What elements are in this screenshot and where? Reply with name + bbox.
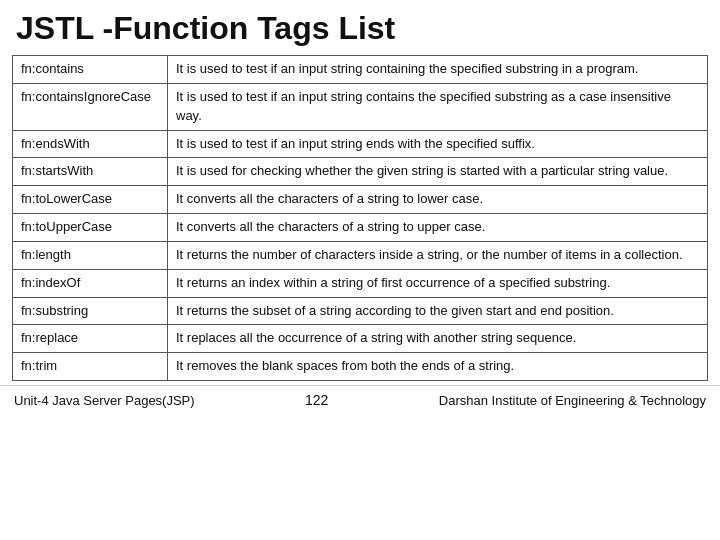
table-row: fn:replaceIt replaces all the occurrence…: [13, 325, 708, 353]
fn-desc: It replaces all the occurrence of a stri…: [168, 325, 708, 353]
function-tags-table: fn:containsIt is used to test if an inpu…: [12, 55, 708, 381]
table-row: fn:lengthIt returns the number of charac…: [13, 241, 708, 269]
fn-name: fn:length: [13, 241, 168, 269]
fn-name: fn:replace: [13, 325, 168, 353]
fn-name: fn:indexOf: [13, 269, 168, 297]
page-title: JSTL -Function Tags List: [0, 0, 720, 55]
footer-right: Darshan Institute of Engineering & Techn…: [439, 393, 706, 408]
table-row: fn:endsWithIt is used to test if an inpu…: [13, 130, 708, 158]
fn-desc: It returns the subset of a string accord…: [168, 297, 708, 325]
fn-desc: It is used to test if an input string co…: [168, 83, 708, 130]
main-table-container: fn:containsIt is used to test if an inpu…: [0, 55, 720, 381]
fn-name: fn:endsWith: [13, 130, 168, 158]
fn-name: fn:toLowerCase: [13, 186, 168, 214]
fn-desc: It is used to test if an input string en…: [168, 130, 708, 158]
fn-name: fn:contains: [13, 56, 168, 84]
fn-desc: It converts all the characters of a stri…: [168, 214, 708, 242]
fn-desc: It removes the blank spaces from both th…: [168, 353, 708, 381]
fn-desc: It is used to test if an input string co…: [168, 56, 708, 84]
table-row: fn:toUpperCaseIt converts all the charac…: [13, 214, 708, 242]
fn-name: fn:startsWith: [13, 158, 168, 186]
table-row: fn:substringIt returns the subset of a s…: [13, 297, 708, 325]
table-row: fn:startsWithIt is used for checking whe…: [13, 158, 708, 186]
fn-name: fn:toUpperCase: [13, 214, 168, 242]
fn-desc: It returns the number of characters insi…: [168, 241, 708, 269]
fn-name: fn:trim: [13, 353, 168, 381]
table-row: fn:containsIgnoreCaseIt is used to test …: [13, 83, 708, 130]
table-row: fn:toLowerCaseIt converts all the charac…: [13, 186, 708, 214]
footer-left: Unit-4 Java Server Pages(JSP): [14, 393, 195, 408]
table-row: fn:containsIt is used to test if an inpu…: [13, 56, 708, 84]
table-row: fn:trimIt removes the blank spaces from …: [13, 353, 708, 381]
fn-desc: It returns an index within a string of f…: [168, 269, 708, 297]
footer: Unit-4 Java Server Pages(JSP) 122 Darsha…: [0, 385, 720, 412]
fn-name: fn:substring: [13, 297, 168, 325]
footer-center: 122: [305, 392, 328, 408]
fn-desc: It is used for checking whether the give…: [168, 158, 708, 186]
table-row: fn:indexOfIt returns an index within a s…: [13, 269, 708, 297]
fn-desc: It converts all the characters of a stri…: [168, 186, 708, 214]
fn-name: fn:containsIgnoreCase: [13, 83, 168, 130]
